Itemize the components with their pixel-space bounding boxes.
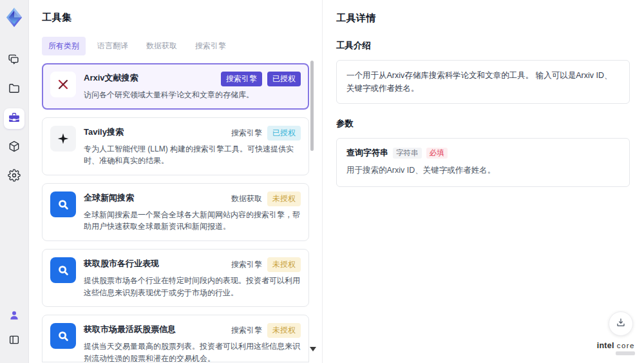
category-badge: 搜索引擎 [221,72,262,86]
search-blue-icon [50,191,76,217]
tool-description: 提供当天交易量最高的股票列表。投资者可以利用这些信息来识别流动性强的股票和潜在的… [84,340,301,362]
details-title: 工具详情 [336,12,630,25]
scrollbar-thumb[interactable] [310,61,314,151]
tab-category-3[interactable]: 搜索引擎 [189,37,232,55]
brand-word-intel: intel [597,341,614,350]
tab-category-1[interactable]: 语言翻译 [91,37,135,55]
tool-details-panel: 工具详情 工具介绍 一个用于从Arxiv存储库搜索科学论文和文章的工具。 输入可… [322,0,644,363]
tavily-icon [50,126,76,152]
tool-list: Arxiv文献搜索搜索引擎已授权访问各个研究领域大量科学论文和文章的存储库。Ta… [42,63,309,362]
auth-status-badge: 已授权 [267,72,301,86]
toolbox-icon [8,111,21,126]
tab-category-2[interactable]: 数据获取 [140,37,184,55]
tool-title: 全球新闻搜索 [84,191,134,204]
tool-description: 访问各个研究领域大量科学论文和文章的存储库。 [84,89,301,101]
auth-status-badge: 已授权 [267,126,301,141]
auth-status-badge: 未授权 [267,257,301,272]
app-logo-icon[interactable] [4,6,24,28]
param-header: 查询字符串 字符串 必填 [346,147,620,159]
brand-word-core: core [617,342,635,349]
tool-card[interactable]: 全球新闻搜索数据获取未授权全球新闻搜索是一个聚合全球各大新闻网站内容的搜索引擎，… [42,183,309,241]
param-required-badge: 必填 [426,148,448,159]
param-description: 用于搜索的Arxiv ID、关键字或作者姓名。 [346,164,620,177]
download-button[interactable] [609,311,633,336]
brand-sub-badge [616,351,635,355]
tab-category-0[interactable]: 所有类别 [42,37,86,55]
tool-card[interactable]: Tavily搜索搜索引擎已授权专为人工智能代理 (LLM) 构建的搜索引擎工具。… [42,117,309,175]
category-badge: 搜索引擎 [231,126,262,141]
tool-card[interactable]: 获取市场最活跃股票信息搜索引擎未授权提供当天交易量最高的股票列表。投资者可以利用… [42,315,309,362]
sidebar-bottom [4,306,24,355]
sidebar-item-folder[interactable] [4,79,24,100]
scrollbar-track[interactable] [310,57,314,356]
param-type-badge: 字符串 [393,148,422,159]
tool-description: 全球新闻搜索是一个聚合全球各大新闻网站内容的搜索引擎，帮助用户快速获取全球最新资… [84,209,301,233]
tool-description: 提供股票市场各个行业在特定时间段内的表现。投资者可以利用这些信息来识别表现优于或… [84,275,301,299]
tool-title: 获取市场最活跃股票信息 [84,323,176,336]
sidebar-item-toolbox[interactable] [4,108,24,129]
settings-icon [8,169,21,184]
sidebar-item-settings[interactable] [4,166,24,187]
tools-panel: 工具集 所有类别语言翻译数据获取搜索引擎 Arxiv文献搜索搜索引擎已授权访问各… [29,0,322,363]
sidebar-item-chat[interactable] [4,50,24,71]
search-blue-icon [50,257,76,283]
sidebar-nav [4,50,24,195]
app-sidebar [0,0,29,363]
sidebar-item-collapse[interactable] [4,331,24,351]
chat-icon [8,53,21,68]
download-icon [616,317,626,330]
tool-card[interactable]: Arxiv文献搜索搜索引擎已授权访问各个研究领域大量科学论文和文章的存储库。 [42,63,309,110]
user-icon [8,309,20,324]
intel-core-logo: intel core [597,342,635,356]
package-icon [8,140,21,155]
panel-toggle-icon [8,334,20,348]
scroll-down-arrow-icon[interactable] [310,347,316,351]
tool-title: Arxiv文献搜索 [84,72,138,84]
tool-card[interactable]: 获取股市各行业表现搜索引擎未授权提供股票市场各个行业在特定时间段内的表现。投资者… [42,249,309,307]
param-name: 查询字符串 [346,147,388,159]
search-blue-icon [50,323,76,349]
arxiv-icon [50,72,76,97]
category-badge: 数据获取 [231,191,262,206]
params-heading: 参数 [336,118,630,130]
category-badge: 搜索引擎 [231,323,262,338]
folder-icon [8,82,21,97]
category-badge: 搜索引擎 [231,257,262,272]
param-card: 查询字符串 字符串 必填 用于搜索的Arxiv ID、关键字或作者姓名。 [336,138,630,187]
intro-box: 一个用于从Arxiv存储库搜索科学论文和文章的工具。 输入可以是Arxiv ID… [336,60,630,104]
tools-panel-title: 工具集 [42,12,322,24]
auth-status-badge: 未授权 [267,323,301,338]
sidebar-item-user[interactable] [4,306,24,327]
category-tabs: 所有类别语言翻译数据获取搜索引擎 [42,37,322,55]
intro-heading: 工具介绍 [336,40,630,52]
tool-description: 专为人工智能代理 (LLM) 构建的搜索引擎工具。可快速提供实时、准确和真实的结… [84,143,301,167]
tool-title: 获取股市各行业表现 [84,257,159,270]
sidebar-item-package[interactable] [4,137,24,158]
auth-status-badge: 未授权 [267,191,301,206]
tool-title: Tavily搜索 [84,126,124,139]
